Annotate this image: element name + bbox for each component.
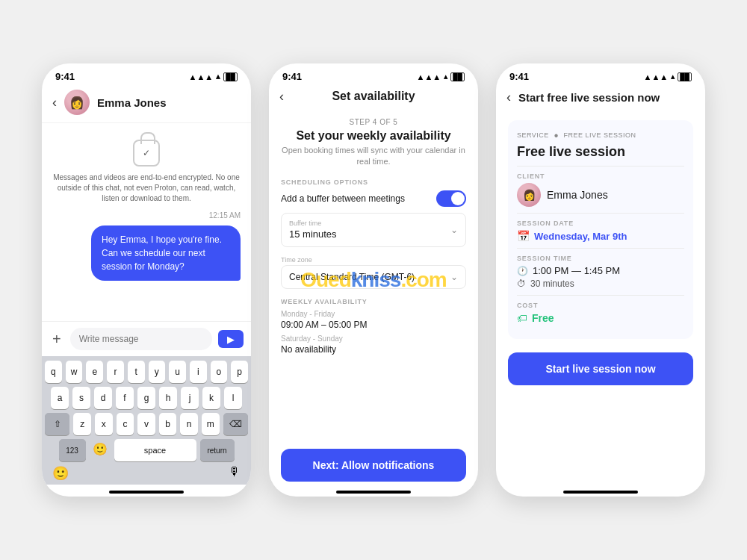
key-d[interactable]: d xyxy=(94,387,112,409)
weekend-range: Saturday - Sunday xyxy=(281,335,466,343)
key-f[interactable]: f xyxy=(116,387,134,409)
key-emoji[interactable]: 🙂 xyxy=(90,439,111,461)
cost-value: Free xyxy=(532,312,554,324)
key-j[interactable]: j xyxy=(181,387,199,409)
message-input[interactable] xyxy=(70,328,212,350)
session-header: ‹ Start free live session now xyxy=(496,85,705,113)
status-time-2: 9:41 xyxy=(282,71,302,82)
key-x[interactable]: x xyxy=(95,413,113,435)
key-l[interactable]: l xyxy=(224,387,242,409)
duration-row: ⏱ 30 minutes xyxy=(517,279,684,289)
chat-input-area: + ▶ xyxy=(42,321,251,356)
video-icon: ▶ xyxy=(227,334,235,345)
avatar-emma: 👩 xyxy=(64,90,90,115)
wifi-icon-3: ▴ xyxy=(671,72,675,81)
time-section: SESSION TIME 🕐 1:00 PM — 1:45 PM ⏱ 30 mi… xyxy=(517,255,684,289)
key-v[interactable]: v xyxy=(137,413,155,435)
timer-icon: ⏱ xyxy=(517,279,526,289)
key-e[interactable]: e xyxy=(86,361,103,383)
next-btn-container: Next: Allow notifications xyxy=(269,440,478,485)
key-shift[interactable]: ⇧ xyxy=(45,413,69,435)
kb-row-2: a s d f g h j k l xyxy=(45,387,248,409)
session-date-row: 📅 Wednesday, Mar 9th xyxy=(517,230,684,242)
key-m[interactable]: m xyxy=(202,413,220,435)
key-t[interactable]: t xyxy=(128,361,145,383)
timezone-chevron-icon: ⌄ xyxy=(450,272,458,282)
key-return[interactable]: return xyxy=(200,439,235,461)
key-r[interactable]: r xyxy=(107,361,124,383)
key-p[interactable]: p xyxy=(231,361,248,383)
availability-subtitle: Set your weekly availability xyxy=(281,129,466,143)
key-q[interactable]: q xyxy=(45,361,62,383)
keyboard: q w e r t y u i o p a s d f g h j k l xyxy=(42,356,251,485)
battery-icon-1: ██ xyxy=(223,72,238,81)
phone-availability: 9:41 ▲▲▲ ▴ ██ ‹ Set availability STEP 4 … xyxy=(269,63,478,497)
key-i[interactable]: i xyxy=(190,361,207,383)
battery-icon-2: ██ xyxy=(450,72,465,81)
status-bar-1: 9:41 ▲▲▲ ▴ ██ xyxy=(42,63,251,85)
key-c[interactable]: c xyxy=(117,413,134,435)
status-bar-3: 9:41 ▲▲▲ ▴ ██ xyxy=(496,63,705,85)
status-bar-2: 9:41 ▲▲▲ ▴ ██ xyxy=(269,63,478,85)
key-n[interactable]: n xyxy=(180,413,198,435)
back-button-avail[interactable]: ‹ xyxy=(279,89,284,105)
avatar-img: 👩 xyxy=(64,90,90,115)
cost-row: 🏷 Free xyxy=(517,312,684,324)
key-u[interactable]: u xyxy=(169,361,186,383)
client-section: CLIENT 👩 Emma Jones xyxy=(517,172,684,207)
key-space[interactable]: space xyxy=(114,439,196,461)
key-y[interactable]: y xyxy=(149,361,166,383)
signal-icon-3: ▲▲▲ xyxy=(644,72,669,81)
key-a[interactable]: a xyxy=(51,387,69,409)
emoji-icon[interactable]: 🙂 xyxy=(52,465,69,482)
encryption-text: Messages and videos are end-to-end encry… xyxy=(52,172,241,204)
buffer-toggle[interactable] xyxy=(436,190,466,207)
divider-4 xyxy=(517,295,684,296)
date-section-label: SESSION DATE xyxy=(517,220,684,227)
key-s[interactable]: s xyxy=(72,387,90,409)
video-call-button[interactable]: ▶ xyxy=(218,330,244,348)
message-time: 12:15 AM xyxy=(209,211,241,220)
weekday-range: Monday - Friday xyxy=(281,310,466,318)
key-k[interactable]: k xyxy=(202,387,220,409)
key-w[interactable]: w xyxy=(66,361,83,383)
key-o[interactable]: o xyxy=(211,361,228,383)
buffer-time-row[interactable]: Buffer time 15 minutes ⌄ xyxy=(281,213,466,247)
session-time-row: 🕐 1:00 PM — 1:45 PM xyxy=(517,265,684,276)
key-delete[interactable]: ⌫ xyxy=(223,413,248,435)
next-button[interactable]: Next: Allow notifications xyxy=(281,449,466,482)
key-b[interactable]: b xyxy=(159,413,177,435)
chat-header: ‹ 👩 Emma Jones xyxy=(42,85,251,123)
lock-check-icon: ✓ xyxy=(143,148,150,158)
availability-header: ‹ Set availability xyxy=(269,85,478,111)
home-bar-3 xyxy=(563,491,638,494)
kb-row-1: q w e r t y u i o p xyxy=(45,361,248,383)
availability-title: Set availability xyxy=(332,90,415,103)
status-icons-1: ▲▲▲ ▴ ██ xyxy=(189,72,238,81)
attachment-button[interactable]: + xyxy=(49,329,64,349)
buffer-toggle-row: Add a buffer between meetings xyxy=(281,190,466,207)
signal-icon-2: ▲▲▲ xyxy=(417,72,441,81)
home-bar-1 xyxy=(109,491,184,494)
key-h[interactable]: h xyxy=(159,387,177,409)
client-row: 👩 Emma Jones xyxy=(517,183,684,207)
divider-3 xyxy=(517,248,684,249)
start-session-button[interactable]: Start live session now xyxy=(508,352,693,385)
status-icons-3: ▲▲▲ ▴ ██ xyxy=(644,72,692,81)
mic-icon[interactable]: 🎙 xyxy=(229,465,241,482)
chat-bubble: Hey Emma, I hope you're fine. Can we sch… xyxy=(91,225,241,281)
key-z[interactable]: z xyxy=(73,413,91,435)
key-g[interactable]: g xyxy=(137,387,155,409)
weekday-availability: Monday - Friday 09:00 AM – 05:00 PM Satu… xyxy=(281,310,466,355)
time-section-label: SESSION TIME xyxy=(517,255,684,262)
divider-2 xyxy=(517,213,684,214)
timezone-row[interactable]: Central Standard Time (GMT-6) ⌄ xyxy=(281,265,466,289)
kb-row-4: 123 🙂 space return xyxy=(45,439,248,461)
key-123[interactable]: 123 xyxy=(59,439,86,461)
bubble-text: Hey Emma, I hope you're fine. Can we sch… xyxy=(102,234,222,272)
back-button-session[interactable]: ‹ xyxy=(506,90,511,105)
chevron-down-icon: ⌄ xyxy=(450,225,458,235)
back-button-chat[interactable]: ‹ xyxy=(52,95,57,111)
status-time-3: 9:41 xyxy=(509,71,529,82)
chat-body: ✓ Messages and videos are end-to-end enc… xyxy=(42,123,251,321)
